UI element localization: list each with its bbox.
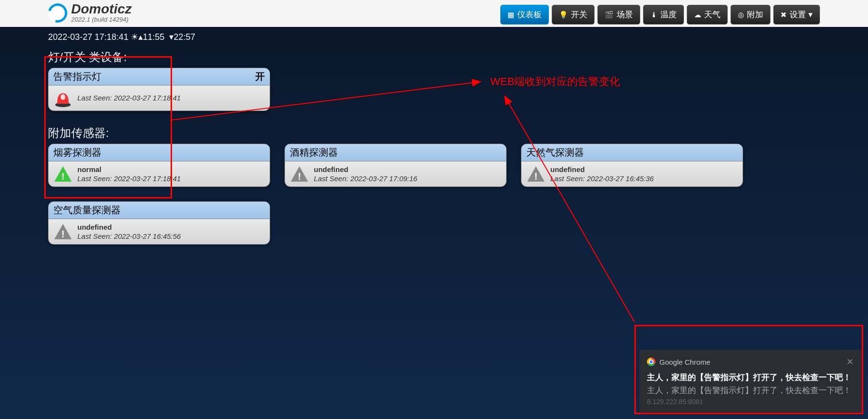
widget-air-quality-detector[interactable]: 空气质量探测器 ! undefined Last Seen: 2022-03-2…: [48, 201, 270, 245]
lastseen-value: 2022-03-27 17:18:41: [114, 174, 181, 183]
section-sensors-title: 附加传感器:: [48, 125, 820, 141]
nav-temperature[interactable]: 🌡 温度: [643, 5, 684, 25]
widget-status: undefined: [550, 165, 654, 174]
widget-smoke-detector[interactable]: 烟雾探测器 ! normal Last Seen: 2022-03-27 17:…: [48, 144, 270, 187]
widget-status: normal: [77, 165, 181, 174]
svg-text:!: !: [62, 171, 65, 182]
notification-app-name: Google Chrome: [659, 358, 710, 366]
chrome-icon: [647, 357, 656, 366]
svg-point-1: [61, 94, 65, 100]
dashboard-icon: ▦: [508, 11, 514, 19]
main-navbar: ▦ 仪表板 💡 开关 🎬 场景 🌡 温度 ☁ 天气 ◎ 附加: [500, 5, 820, 25]
widget-title: 空气质量探测器: [53, 204, 121, 217]
nav-dashboard[interactable]: ▦ 仪表板: [500, 5, 549, 25]
siren-icon[interactable]: [53, 88, 73, 108]
app-logo-icon: [48, 3, 67, 23]
widget-gas-detector[interactable]: 天然气探测器 ! undefined Last Seen: 2022-03-27…: [521, 144, 743, 187]
cloud-icon: ☁: [694, 11, 701, 19]
nav-label: 温度: [660, 9, 677, 20]
lastseen-value: 2022-03-27 17:09:16: [350, 174, 417, 183]
lastseen-value: 2022-03-27 16:45:36: [587, 174, 654, 183]
svg-text:!: !: [62, 229, 65, 239]
gauge-icon: ◎: [738, 11, 744, 19]
sunrise-info: 2022-03-27 17:18:41 ☀▴11:55 ▾22:57: [0, 27, 868, 49]
notification-source: 8.129.222.85:8081: [647, 398, 854, 406]
widget-title: 天然气探测器: [526, 146, 584, 159]
nav-label: 天气: [704, 9, 720, 20]
app-logo-block[interactable]: Domoticz 2022.1 (build 14294): [48, 2, 132, 23]
nav-label: 开关: [571, 9, 587, 20]
chrome-notification[interactable]: Google Chrome ✕ 主人，家里的【告警指示灯】打开了，快去检查一下吧…: [639, 350, 861, 412]
tools-icon: ✖: [781, 11, 787, 19]
nav-scenes[interactable]: 🎬 场景: [597, 5, 640, 25]
nav-label: 场景: [617, 9, 633, 20]
widget-title: 烟雾探测器: [53, 146, 101, 159]
widget-title: 酒精探测器: [290, 146, 338, 159]
lastseen-label: Last Seen:: [314, 174, 348, 183]
widget-state: 开: [255, 70, 265, 83]
nav-label: 设置 ▾: [790, 9, 813, 20]
lastseen-value: 2022-03-27 16:45:56: [114, 232, 181, 240]
notification-close-icon[interactable]: ✕: [846, 357, 854, 367]
app-name: Domoticz: [71, 2, 132, 16]
nav-label: 仪表板: [517, 9, 542, 20]
alert-triangle-green-icon[interactable]: !: [53, 164, 73, 184]
scene-icon: 🎬: [605, 11, 614, 19]
lastseen-label: Last Seen:: [550, 174, 585, 183]
widget-title: 告警指示灯: [53, 70, 101, 83]
lastseen-label: Last Seen:: [77, 174, 112, 183]
nav-utility[interactable]: ◎ 附加: [731, 5, 770, 25]
nav-weather[interactable]: ☁ 天气: [687, 5, 728, 25]
alert-triangle-grey-icon[interactable]: !: [526, 164, 546, 184]
section-switches-title: 灯/开关 类设备:: [48, 49, 820, 65]
widget-status: undefined: [77, 222, 181, 232]
svg-text:!: !: [298, 171, 301, 182]
annotation-text: WEB端收到对应的告警变化: [490, 74, 620, 89]
nav-settings[interactable]: ✖ 设置 ▾: [773, 5, 820, 25]
widget-alarm-light[interactable]: 告警指示灯 开 Last Seen: 2022-03-27 17:18:41: [48, 68, 270, 111]
svg-text:!: !: [534, 171, 538, 182]
notification-body: 主人，家里的【告警指示灯】打开了，快去检查一下吧！: [647, 385, 854, 396]
widget-alcohol-detector[interactable]: 酒精探测器 ! undefined Last Seen: 2022-03-27 …: [285, 144, 507, 187]
lastseen-value: 2022-03-27 17:18:41: [114, 94, 181, 102]
notification-title: 主人，家里的【告警指示灯】打开了，快去检查一下吧！: [647, 372, 854, 383]
alert-triangle-grey-icon[interactable]: !: [290, 164, 309, 184]
alert-triangle-grey-icon[interactable]: !: [53, 222, 73, 241]
lastseen-label: Last Seen:: [77, 232, 112, 240]
widget-status: undefined: [314, 165, 417, 174]
lastseen-label: Last Seen:: [77, 94, 112, 102]
thermometer-icon: 🌡: [650, 11, 657, 19]
nav-label: 附加: [747, 9, 763, 20]
lightbulb-icon: 💡: [559, 11, 568, 19]
app-version: 2022.1 (build 14294): [71, 16, 132, 23]
nav-switches[interactable]: 💡 开关: [552, 5, 595, 25]
